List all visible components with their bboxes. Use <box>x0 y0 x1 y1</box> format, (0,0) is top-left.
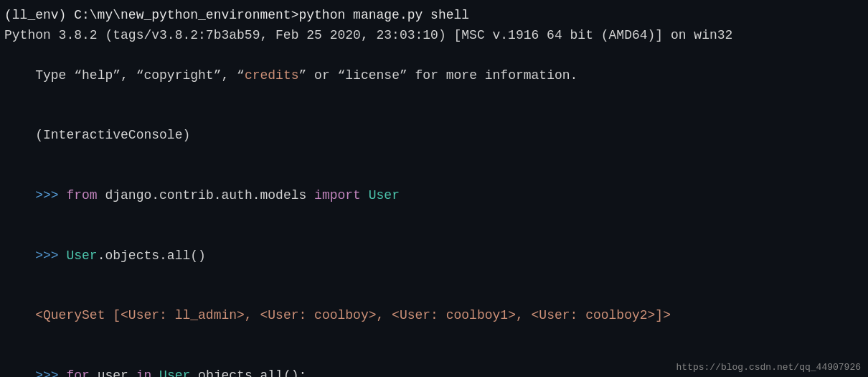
watermark: https://blog.csdn.net/qq_44907926 <box>676 362 861 373</box>
line-help-text: Type “help”, “copyright”, “credits” or “… <box>4 46 864 106</box>
line-queryset-result: <QuerySet [<User: ll_admin>, <User: cool… <box>4 286 864 346</box>
terminal-window[interactable]: (ll_env) C:\my\new_python_environment>py… <box>0 0 868 377</box>
line-interactive-console: (InteractiveConsole) <box>4 106 864 166</box>
line-queryset-call: >>> User.objects.all() <box>4 226 864 287</box>
line-python-version: Python 3.8.2 (tags/v3.8.2:7b3ab59, Feb 2… <box>4 26 864 46</box>
line-import: >>> from django.contrib.auth.models impo… <box>4 166 864 226</box>
line-command-header: (ll_env) C:\my\new_python_environment>py… <box>4 6 864 26</box>
